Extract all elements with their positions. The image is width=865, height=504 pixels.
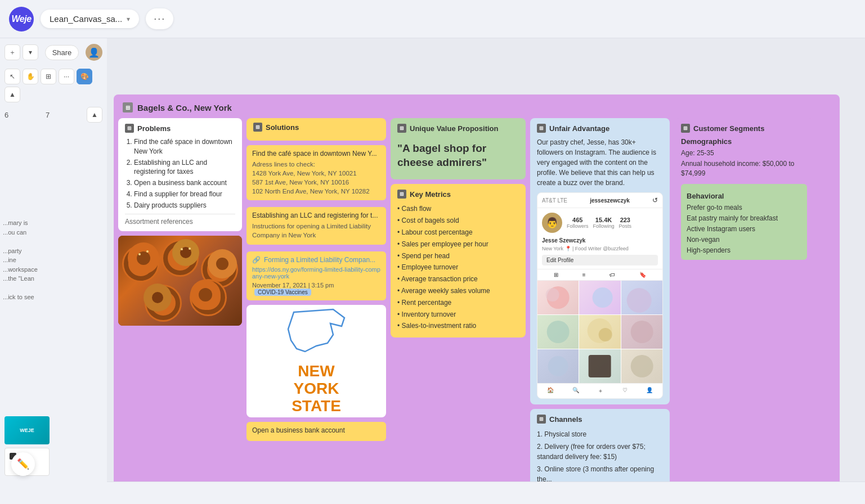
ig-action-bar: ⊞ ≡ 🏷 🔖 (537, 269, 662, 281)
solution-2-body: Instructions for opening a Limited Liabi… (252, 222, 380, 240)
ig-following-count: 15.4K (593, 217, 615, 223)
solutions-header: ⊞ Solutions (253, 123, 379, 132)
ig-posts-count: 223 (619, 217, 632, 223)
add-icon[interactable]: ＋ (5, 44, 20, 60)
ig-search-icon[interactable]: 🔍 (572, 387, 579, 395)
note-line-7: ...ick to see (3, 292, 101, 302)
color-tool[interactable]: 🎨 (77, 69, 92, 84)
unfair-text: Our pastry chef, Jesse, has 30k+ followe… (537, 137, 663, 188)
more-options-button[interactable]: ··· (146, 8, 173, 29)
link-title: 🔗 Forming a Limited Liability Compan... (252, 256, 380, 264)
ig-followers-count: 465 (567, 217, 589, 223)
solution-card-1[interactable]: Find the café space in downtown New Y...… (246, 145, 386, 200)
svg-point-16 (593, 287, 613, 308)
avatar: 👤 (86, 44, 102, 61)
behavioral-item-4: Non-vegan (687, 235, 801, 245)
problems-list: Find the café space in downtown New York… (125, 137, 235, 210)
ig-profile-icon[interactable]: 👤 (646, 387, 653, 395)
ig-followers-label: Followers (567, 223, 589, 229)
svg-point-22 (548, 356, 568, 376)
share-button[interactable]: Share (45, 45, 79, 60)
ig-photo-1 (537, 281, 579, 314)
chevron-down-icon[interactable]: ▾ (127, 15, 130, 23)
ig-username: jesseszewczyk (590, 197, 630, 204)
ig-edit-button[interactable]: Edit Profile (542, 255, 658, 266)
channel-2: Delivery (free for orders over $75; stan… (537, 440, 663, 463)
ig-photo-grid (537, 281, 662, 383)
logo-button[interactable]: Weje (9, 7, 34, 32)
metric-11: Sales-to-investment ratio (397, 320, 519, 332)
solution-2-title: Establishing an LLC and registering for … (252, 212, 380, 219)
behavioral-item-1: Prefer go-to meals (687, 202, 801, 213)
ig-heart-icon[interactable]: ♡ (622, 387, 628, 395)
share-tools: ＋ ▾ (5, 44, 38, 60)
metric-1: Cash flow (397, 203, 519, 215)
dropdown-icon[interactable]: ▾ (23, 44, 38, 60)
note-line-6: ...the "Lean (3, 274, 101, 284)
ig-profile: 👨 465 Followers 15.4K Following (537, 208, 662, 237)
solutions-icon: ⊞ (253, 123, 262, 132)
ig-add-icon[interactable]: ＋ (598, 387, 603, 395)
board-icon: ⊞ (123, 102, 133, 112)
solutions-section-header-card: ⊞ Solutions (246, 118, 386, 141)
hand-icon[interactable]: ✋ (23, 69, 38, 84)
problem-item-2: Establishing an LLC and registering for … (134, 158, 235, 177)
ig-nav: 🏠 🔍 ＋ ♡ 👤 (537, 383, 662, 398)
problem-item-5: Dairy products suppliers (134, 201, 235, 210)
channel-1: Physical store (537, 428, 663, 440)
solution-card-2[interactable]: Establishing an LLC and registering for … (246, 207, 386, 244)
metrics-list: Cash flow Cost of bagels sold Labour cos… (397, 203, 519, 332)
ig-stats: 465 Followers 15.4K Following 223 Posts (567, 217, 631, 229)
solutions-column: ⊞ Solutions Find the café space in downt… (246, 118, 386, 491)
svg-point-13 (189, 248, 191, 250)
svg-point-7 (152, 292, 163, 303)
svg-rect-23 (589, 355, 611, 377)
ny-state-card: NEWYORKSTATE (246, 305, 386, 417)
ig-photo-7 (537, 349, 579, 383)
metric-7: Average transaction price (397, 273, 519, 285)
ig-home-icon[interactable]: 🏠 (547, 387, 554, 395)
demo-item-2: Annual household income: $50,000 to $74,… (681, 159, 807, 179)
left-panel: ＋ ▾ Share 👤 ↖ ✋ ⊞ ··· 🎨 ▲ 6 7 ▲ ...mary … (0, 38, 107, 504)
bagel-image-card (118, 236, 242, 326)
pencil-button[interactable]: ✏️ (11, 452, 35, 476)
segments-title: Customer Segments (693, 124, 764, 133)
ig-grid-icon[interactable]: ⊞ (554, 272, 558, 278)
metric-4: Sales per employee per hour (397, 238, 519, 250)
ny-state-shape (283, 307, 350, 363)
note-line-2: ...ou can (3, 228, 101, 237)
behavioral-item-5: High-spenders (687, 245, 801, 256)
note-line-4: ...ine (3, 255, 101, 265)
dots-icon[interactable]: ··· (59, 69, 74, 84)
unfair-title: Unfair Advantage (549, 124, 609, 133)
channels-card: ⊞ Channels Physical store Delivery (free… (530, 409, 670, 491)
cursor-icon[interactable]: ↖ (5, 69, 20, 84)
channels-title: Channels (549, 415, 582, 424)
bottom-bar: 69% › (0, 482, 865, 504)
collapse-icon[interactable]: ▲ (87, 107, 102, 123)
zoom-level-left: 6 (5, 111, 8, 119)
ig-photo-2 (579, 281, 620, 314)
thumbnail-1[interactable]: WEJE (5, 416, 50, 444)
ig-following-label: Following (593, 223, 615, 229)
canvas-tools: ↖ ✋ ⊞ ··· 🎨 ▲ (0, 66, 107, 105)
uvp-icon: ⊞ (397, 124, 406, 133)
instagram-mock: AT&T LTE jesseszewczyk ↺ 👨 465 Followers (537, 192, 663, 399)
triangle-icon[interactable]: ▲ (5, 87, 20, 102)
solutions-title: Solutions (266, 123, 299, 132)
behavioral-card: Behavioral Prefer go-to meals Eat pastry… (681, 184, 807, 260)
ig-tag-icon[interactable]: 🏷 (609, 272, 615, 278)
ig-list-icon[interactable]: ≡ (582, 272, 586, 278)
left-note: ...mary is ...ou can ...party ...ine ...… (3, 218, 101, 302)
link-card[interactable]: 🔗 Forming a Limited Liability Compan... … (246, 251, 386, 300)
board-title: Bagels & Co., New York (137, 103, 232, 112)
note-line-3: ...party (3, 246, 101, 256)
solution-card-3[interactable]: Open a business bank account (246, 422, 386, 441)
svg-point-21 (630, 321, 653, 343)
ig-following: 15.4K Following (593, 217, 615, 229)
ig-bookmark-icon[interactable]: 🔖 (639, 272, 646, 278)
segments-icon: ⊞ (681, 124, 690, 133)
bagel-image (118, 236, 242, 326)
ig-refresh-icon[interactable]: ↺ (652, 196, 658, 204)
grid-icon[interactable]: ⊞ (41, 69, 56, 84)
